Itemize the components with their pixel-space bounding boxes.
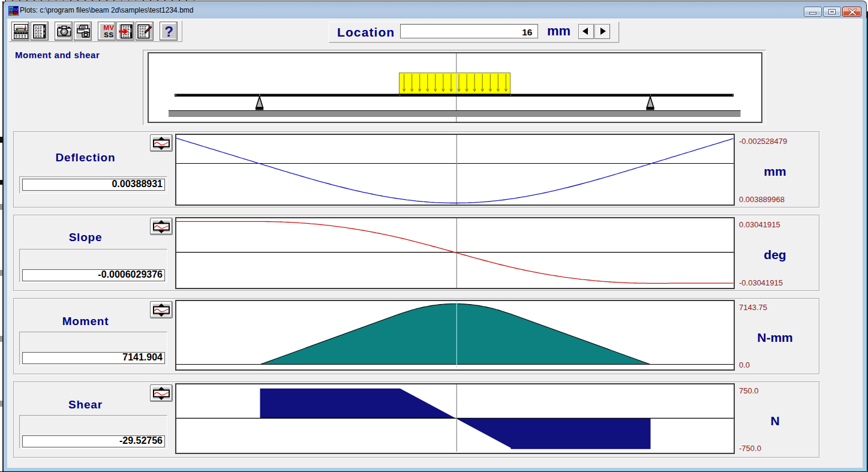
svg-text:2: 2: [10, 11, 13, 16]
svg-text:D: D: [14, 11, 18, 16]
